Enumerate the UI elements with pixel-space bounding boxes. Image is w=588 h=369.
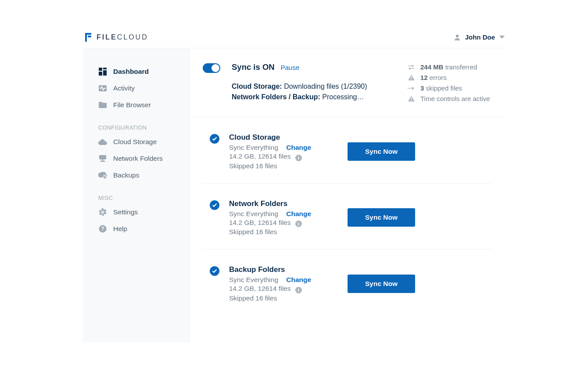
sync-card-backup-folders: Backup Folders Sync Everything Change 14…	[203, 250, 491, 315]
cloud-icon	[98, 139, 107, 145]
check-icon	[210, 266, 219, 276]
info-icon[interactable]: i	[295, 221, 302, 227]
card-skipped: Skipped 16 files	[229, 228, 348, 236]
svg-rect-7	[102, 159, 104, 161]
user-name: John Doe	[465, 33, 495, 41]
info-icon[interactable]: i	[295, 155, 302, 161]
svg-rect-1	[99, 68, 102, 71]
change-link[interactable]: Change	[286, 276, 311, 283]
gear-icon	[98, 208, 107, 216]
card-skipped: Skipped 16 files	[229, 162, 348, 170]
sidebar-item-cloud-storage[interactable]: Cloud Storage	[83, 134, 189, 150]
chevron-down-icon	[499, 36, 505, 39]
sidebar-item-label: Backups	[113, 171, 139, 179]
status-network-row: Network Folders / Backup: Processing…	[232, 93, 398, 101]
svg-rect-2	[103, 68, 107, 69]
card-title: Network Folders	[229, 199, 348, 208]
sidebar-item-label: Help	[113, 225, 127, 233]
activity-icon	[98, 85, 107, 91]
svg-rect-17	[411, 98, 412, 100]
card-title: Backup Folders	[229, 265, 348, 274]
skip-icon	[407, 86, 415, 90]
folder-icon	[98, 102, 107, 108]
sync-card-cloud-storage: Cloud Storage Sync Everything Change 14.…	[203, 117, 491, 184]
stat-transferred: 244 MB transferred	[407, 63, 505, 71]
check-icon	[210, 134, 219, 144]
svg-rect-6	[99, 155, 106, 159]
svg-point-14	[408, 87, 409, 88]
help-icon: ?	[98, 225, 107, 233]
status-stats: 244 MB transferred 12 errors	[407, 62, 505, 104]
sidebar-item-network-folders[interactable]: Network Folders	[83, 150, 189, 167]
change-link[interactable]: Change	[286, 210, 311, 217]
sidebar-item-label: Cloud Storage	[113, 138, 157, 146]
sidebar-section-misc: MISC	[83, 184, 189, 204]
warning-icon	[407, 75, 415, 80]
sync-toggle[interactable]	[203, 63, 220, 73]
user-menu[interactable]: John Doe	[454, 33, 505, 41]
dashboard-icon	[98, 68, 107, 76]
svg-text:?: ?	[101, 226, 104, 232]
sidebar-item-dashboard[interactable]: Dashboard	[83, 63, 189, 80]
main-content: Sync is ON Pause Cloud Storage: Download…	[190, 48, 505, 343]
brand-name: FILECLOUD	[97, 33, 148, 41]
brand-logo-icon	[83, 32, 93, 43]
sidebar-item-settings[interactable]: Settings	[83, 204, 189, 221]
card-mode: Sync Everything	[229, 210, 278, 217]
sync-cards: Cloud Storage Sync Everything Change 14.…	[190, 117, 505, 315]
sidebar-item-label: Network Folders	[113, 155, 163, 163]
card-mode: Sync Everything	[229, 144, 278, 151]
change-link[interactable]: Change	[286, 144, 311, 151]
svg-rect-4	[99, 72, 102, 76]
transfer-icon	[407, 65, 415, 70]
stat-skipped: 3 skipped files	[407, 84, 505, 92]
user-icon	[454, 34, 461, 41]
status-cloud-row: Cloud Storage: Downloading files (1/2390…	[232, 83, 398, 90]
sync-card-network-folders: Network Folders Sync Everything Change 1…	[203, 184, 491, 250]
svg-rect-3	[103, 70, 107, 76]
card-skipped: Skipped 16 files	[229, 294, 348, 302]
sidebar-item-label: Activity	[113, 84, 135, 92]
stat-timecontrol: Time controls are active	[407, 95, 505, 102]
card-title: Cloud Storage	[229, 133, 348, 142]
sync-status-heading: Sync is ON	[232, 62, 275, 72]
sidebar-item-label: File Browser	[113, 101, 151, 109]
pause-link[interactable]: Pause	[281, 64, 300, 71]
svg-rect-12	[411, 76, 412, 79]
card-stats: 14.2 GB, 12614 files	[229, 152, 290, 160]
sidebar-item-label: Dashboard	[113, 68, 149, 76]
svg-rect-13	[411, 79, 412, 80]
sync-status-panel: Sync is ON Pause Cloud Storage: Download…	[190, 48, 505, 117]
warning-icon	[407, 96, 415, 101]
svg-point-0	[455, 34, 458, 37]
sidebar-item-label: Settings	[113, 208, 138, 216]
stat-errors: 12 errors	[407, 74, 505, 81]
sidebar-item-activity[interactable]: Activity	[83, 80, 189, 97]
info-icon[interactable]: i	[295, 287, 302, 293]
sidebar-item-help[interactable]: ? Help	[83, 221, 189, 237]
card-mode: Sync Everything	[229, 276, 278, 283]
sidebar-item-file-browser[interactable]: File Browser	[83, 97, 189, 113]
sidebar-section-config: CONFIGURATION	[83, 113, 189, 134]
sync-now-button[interactable]: Sync Now	[348, 275, 415, 293]
svg-rect-18	[411, 100, 412, 101]
svg-rect-8	[100, 161, 105, 162]
card-stats: 14.2 GB, 12614 files	[229, 285, 290, 292]
sync-now-button[interactable]: Sync Now	[348, 208, 415, 227]
card-stats: 14.2 GB, 12614 files	[229, 219, 290, 226]
sidebar-item-backups[interactable]: Backups	[83, 167, 189, 184]
app-header: FILECLOUD John Doe	[83, 26, 505, 48]
svg-point-16	[411, 87, 412, 88]
network-icon	[98, 155, 107, 162]
sidebar: Dashboard Activity File Browser	[83, 48, 190, 343]
sync-now-button[interactable]: Sync Now	[348, 142, 415, 161]
svg-point-15	[409, 87, 410, 88]
backup-icon	[98, 172, 107, 179]
brand: FILECLOUD	[83, 32, 148, 43]
check-icon	[210, 200, 219, 210]
